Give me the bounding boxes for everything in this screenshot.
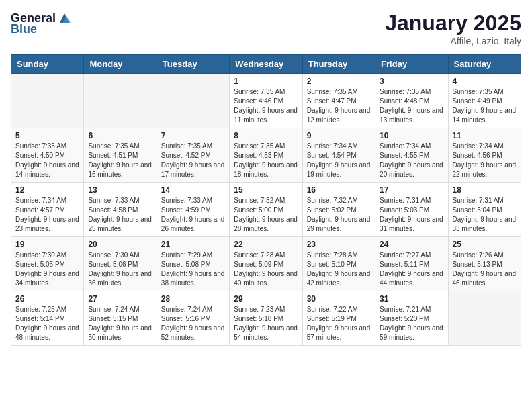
day-info: Sunrise: 7:22 AMSunset: 5:19 PMDaylight:… bbox=[307, 305, 371, 342]
calendar-cell: 10Sunrise: 7:34 AMSunset: 4:55 PMDayligh… bbox=[375, 128, 448, 183]
weekday-header: Sunday bbox=[11, 55, 84, 74]
day-number: 4 bbox=[453, 77, 517, 86]
day-number: 12 bbox=[15, 185, 79, 195]
calendar-cell: 27Sunrise: 7:24 AMSunset: 5:15 PMDayligh… bbox=[84, 291, 157, 346]
day-number: 2 bbox=[307, 77, 371, 86]
day-info: Sunrise: 7:24 AMSunset: 5:15 PMDaylight:… bbox=[88, 305, 152, 342]
calendar-cell: 4Sunrise: 7:35 AMSunset: 4:49 PMDaylight… bbox=[448, 74, 521, 128]
calendar-cell: 13Sunrise: 7:33 AMSunset: 4:58 PMDayligh… bbox=[84, 183, 157, 237]
calendar-cell: 7Sunrise: 7:35 AMSunset: 4:52 PMDaylight… bbox=[157, 128, 229, 183]
day-info: Sunrise: 7:33 AMSunset: 4:58 PMDaylight:… bbox=[88, 196, 152, 234]
day-info: Sunrise: 7:31 AMSunset: 5:04 PMDaylight:… bbox=[453, 196, 517, 234]
calendar-cell: 20Sunrise: 7:30 AMSunset: 5:06 PMDayligh… bbox=[84, 237, 157, 291]
calendar-header-row: SundayMondayTuesdayWednesdayThursdayFrid… bbox=[11, 55, 521, 74]
calendar-cell: 26Sunrise: 7:25 AMSunset: 5:14 PMDayligh… bbox=[11, 291, 84, 346]
calendar-cell: 29Sunrise: 7:23 AMSunset: 5:18 PMDayligh… bbox=[230, 291, 302, 346]
day-info: Sunrise: 7:31 AMSunset: 5:03 PMDaylight:… bbox=[380, 196, 443, 234]
day-number: 6 bbox=[88, 131, 152, 140]
page-header: General Blue January 2025 Affile, Lazio,… bbox=[11, 11, 521, 46]
day-info: Sunrise: 7:34 AMSunset: 4:54 PMDaylight:… bbox=[307, 142, 371, 179]
day-info: Sunrise: 7:35 AMSunset: 4:48 PMDaylight:… bbox=[380, 87, 443, 125]
day-info: Sunrise: 7:21 AMSunset: 5:20 PMDaylight:… bbox=[380, 305, 443, 342]
day-number: 22 bbox=[234, 240, 298, 249]
day-number: 15 bbox=[234, 185, 298, 195]
day-info: Sunrise: 7:35 AMSunset: 4:47 PMDaylight:… bbox=[307, 87, 371, 125]
calendar-week-row: 5Sunrise: 7:35 AMSunset: 4:50 PMDaylight… bbox=[11, 128, 521, 183]
day-number: 16 bbox=[307, 185, 371, 195]
day-info: Sunrise: 7:32 AMSunset: 5:00 PMDaylight:… bbox=[234, 196, 298, 234]
day-info: Sunrise: 7:35 AMSunset: 4:51 PMDaylight:… bbox=[88, 142, 152, 179]
calendar-cell: 25Sunrise: 7:26 AMSunset: 5:13 PMDayligh… bbox=[448, 237, 521, 291]
day-number: 3 bbox=[380, 77, 443, 86]
day-number: 1 bbox=[234, 77, 298, 86]
calendar-cell: 14Sunrise: 7:33 AMSunset: 4:59 PMDayligh… bbox=[157, 183, 229, 237]
day-info: Sunrise: 7:30 AMSunset: 5:05 PMDaylight:… bbox=[15, 250, 79, 288]
weekday-header: Tuesday bbox=[157, 55, 229, 74]
calendar-week-row: 1Sunrise: 7:35 AMSunset: 4:46 PMDaylight… bbox=[11, 74, 521, 128]
calendar-cell: 9Sunrise: 7:34 AMSunset: 4:54 PMDaylight… bbox=[302, 128, 375, 183]
day-number: 28 bbox=[161, 294, 225, 304]
day-info: Sunrise: 7:35 AMSunset: 4:49 PMDaylight:… bbox=[453, 87, 517, 125]
calendar-cell: 5Sunrise: 7:35 AMSunset: 4:50 PMDaylight… bbox=[11, 128, 84, 183]
calendar-cell: 3Sunrise: 7:35 AMSunset: 4:48 PMDaylight… bbox=[375, 74, 448, 128]
day-info: Sunrise: 7:29 AMSunset: 5:08 PMDaylight:… bbox=[161, 250, 225, 288]
day-number: 20 bbox=[88, 240, 152, 249]
day-number: 25 bbox=[453, 240, 517, 249]
day-info: Sunrise: 7:35 AMSunset: 4:52 PMDaylight:… bbox=[161, 142, 225, 179]
day-number: 8 bbox=[234, 131, 298, 140]
day-info: Sunrise: 7:35 AMSunset: 4:50 PMDaylight:… bbox=[15, 142, 79, 179]
calendar-cell: 28Sunrise: 7:24 AMSunset: 5:16 PMDayligh… bbox=[157, 291, 229, 346]
day-number: 27 bbox=[88, 294, 152, 304]
calendar-cell: 18Sunrise: 7:31 AMSunset: 5:04 PMDayligh… bbox=[448, 183, 521, 237]
day-number: 29 bbox=[234, 294, 298, 304]
logo: General Blue bbox=[11, 11, 72, 35]
calendar-cell: 8Sunrise: 7:35 AMSunset: 4:53 PMDaylight… bbox=[230, 128, 302, 183]
day-info: Sunrise: 7:35 AMSunset: 4:46 PMDaylight:… bbox=[234, 87, 298, 125]
calendar-cell: 1Sunrise: 7:35 AMSunset: 4:46 PMDaylight… bbox=[230, 74, 302, 128]
logo-blue: Blue bbox=[11, 23, 37, 35]
day-info: Sunrise: 7:30 AMSunset: 5:06 PMDaylight:… bbox=[88, 250, 152, 288]
calendar-week-row: 19Sunrise: 7:30 AMSunset: 5:05 PMDayligh… bbox=[11, 237, 521, 291]
calendar-cell: 12Sunrise: 7:34 AMSunset: 4:57 PMDayligh… bbox=[11, 183, 84, 237]
day-number: 17 bbox=[380, 185, 443, 195]
day-number: 5 bbox=[15, 131, 79, 140]
day-number: 11 bbox=[453, 131, 517, 140]
calendar-table: SundayMondayTuesdayWednesdayThursdayFrid… bbox=[11, 54, 521, 346]
calendar-cell: 23Sunrise: 7:28 AMSunset: 5:10 PMDayligh… bbox=[302, 237, 375, 291]
day-info: Sunrise: 7:23 AMSunset: 5:18 PMDaylight:… bbox=[234, 305, 298, 342]
calendar-cell: 19Sunrise: 7:30 AMSunset: 5:05 PMDayligh… bbox=[11, 237, 84, 291]
day-number: 26 bbox=[15, 294, 79, 304]
day-number: 7 bbox=[161, 131, 225, 140]
weekday-header: Wednesday bbox=[230, 55, 302, 74]
day-number: 30 bbox=[307, 294, 371, 304]
day-number: 9 bbox=[307, 131, 371, 140]
calendar-week-row: 12Sunrise: 7:34 AMSunset: 4:57 PMDayligh… bbox=[11, 183, 521, 237]
calendar-cell: 22Sunrise: 7:28 AMSunset: 5:09 PMDayligh… bbox=[230, 237, 302, 291]
day-number: 19 bbox=[15, 240, 79, 249]
day-number: 13 bbox=[88, 185, 152, 195]
calendar-cell: 6Sunrise: 7:35 AMSunset: 4:51 PMDaylight… bbox=[84, 128, 157, 183]
day-info: Sunrise: 7:33 AMSunset: 4:59 PMDaylight:… bbox=[161, 196, 225, 234]
calendar-cell: 16Sunrise: 7:32 AMSunset: 5:02 PMDayligh… bbox=[302, 183, 375, 237]
weekday-header: Saturday bbox=[448, 55, 521, 74]
day-number: 10 bbox=[380, 131, 443, 140]
day-number: 23 bbox=[307, 240, 371, 249]
day-number: 24 bbox=[380, 240, 443, 249]
day-info: Sunrise: 7:34 AMSunset: 4:56 PMDaylight:… bbox=[453, 142, 517, 179]
weekday-header: Friday bbox=[375, 55, 448, 74]
calendar-cell: 21Sunrise: 7:29 AMSunset: 5:08 PMDayligh… bbox=[157, 237, 229, 291]
day-info: Sunrise: 7:27 AMSunset: 5:11 PMDaylight:… bbox=[380, 250, 443, 288]
day-info: Sunrise: 7:24 AMSunset: 5:16 PMDaylight:… bbox=[161, 305, 225, 342]
day-info: Sunrise: 7:28 AMSunset: 5:10 PMDaylight:… bbox=[307, 250, 371, 288]
day-number: 14 bbox=[161, 185, 225, 195]
calendar-cell: 24Sunrise: 7:27 AMSunset: 5:11 PMDayligh… bbox=[375, 237, 448, 291]
logo-icon bbox=[57, 11, 72, 26]
day-info: Sunrise: 7:32 AMSunset: 5:02 PMDaylight:… bbox=[307, 196, 371, 234]
day-number: 21 bbox=[161, 240, 225, 249]
calendar-cell: 31Sunrise: 7:21 AMSunset: 5:20 PMDayligh… bbox=[375, 291, 448, 346]
calendar-cell bbox=[157, 74, 229, 128]
calendar-cell: 17Sunrise: 7:31 AMSunset: 5:03 PMDayligh… bbox=[375, 183, 448, 237]
calendar-cell: 11Sunrise: 7:34 AMSunset: 4:56 PMDayligh… bbox=[448, 128, 521, 183]
calendar-cell: 2Sunrise: 7:35 AMSunset: 4:47 PMDaylight… bbox=[302, 74, 375, 128]
day-info: Sunrise: 7:25 AMSunset: 5:14 PMDaylight:… bbox=[15, 305, 79, 342]
